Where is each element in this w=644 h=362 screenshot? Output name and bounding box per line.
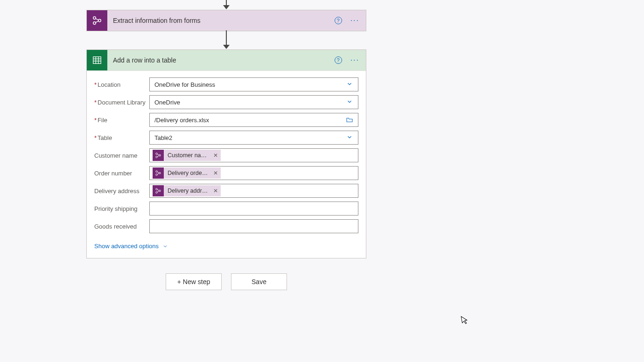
label-text: Priority shipping	[94, 205, 149, 212]
svg-line-3	[96, 19, 98, 20]
svg-point-22	[159, 190, 161, 192]
file-picker[interactable]: /Delivery orders.xlsx	[149, 113, 358, 127]
label-text: Table	[98, 134, 112, 141]
label-text: File	[98, 117, 107, 124]
label-text: Goods received	[94, 223, 149, 230]
svg-point-15	[156, 171, 158, 173]
svg-rect-5	[93, 57, 101, 64]
svg-line-14	[157, 156, 159, 157]
dynamic-token[interactable]: Delivery addre... ✕	[153, 185, 221, 196]
help-icon[interactable]: ?	[335, 17, 342, 24]
remove-token-icon[interactable]: ✕	[213, 152, 218, 159]
field-priority-shipping: Priority shipping	[94, 202, 358, 216]
library-dropdown[interactable]: OneDrive	[149, 95, 358, 109]
label-text: Order number	[94, 170, 149, 177]
svg-point-2	[98, 19, 101, 22]
ai-builder-icon	[153, 167, 164, 179]
field-order-number: Order number Delivery order ... ✕	[94, 166, 358, 180]
svg-point-20	[156, 188, 158, 190]
dynamic-token[interactable]: Customer nam... ✕	[153, 150, 221, 161]
svg-point-11	[156, 156, 158, 158]
ai-builder-icon	[153, 150, 164, 161]
svg-line-24	[157, 191, 159, 192]
priority-shipping-input[interactable]	[149, 202, 358, 216]
svg-line-13	[157, 154, 159, 155]
new-step-button[interactable]: + New step	[166, 273, 222, 290]
card-title: Extract information from forms	[107, 17, 335, 24]
field-file: *File /Delivery orders.xlsx	[94, 113, 358, 127]
table-dropdown[interactable]: Table2	[149, 131, 358, 145]
chevron-down-icon	[344, 134, 355, 142]
field-location: *Location OneDrive for Business	[94, 77, 358, 91]
goods-received-input[interactable]	[149, 219, 358, 233]
remove-token-icon[interactable]: ✕	[213, 188, 218, 194]
card-title: Add a row into a table	[107, 56, 335, 64]
dynamic-token[interactable]: Delivery order ... ✕	[153, 167, 221, 179]
svg-point-10	[156, 153, 158, 155]
svg-line-18	[157, 172, 159, 173]
svg-line-4	[96, 21, 98, 22]
label-text: Customer name	[94, 152, 149, 159]
excel-icon	[87, 50, 107, 70]
field-goods-received: Goods received	[94, 219, 358, 233]
field-delivery-address: Delivery address Delivery addre... ✕	[94, 184, 358, 198]
chevron-down-icon	[162, 244, 168, 249]
field-table: *Table Table2	[94, 131, 358, 145]
svg-line-23	[157, 189, 159, 190]
connector-arrow	[226, 0, 227, 9]
chevron-down-icon	[344, 81, 355, 89]
svg-point-1	[93, 22, 96, 25]
help-icon[interactable]: ?	[335, 56, 342, 64]
delivery-address-input[interactable]: Delivery addre... ✕	[149, 184, 358, 198]
label-text: Document Library	[98, 99, 146, 106]
folder-picker-icon[interactable]	[344, 116, 355, 124]
svg-point-17	[159, 172, 161, 174]
remove-token-icon[interactable]: ✕	[213, 170, 218, 176]
action-card-extract[interactable]: Extract information from forms ? ···	[86, 10, 366, 31]
order-number-input[interactable]: Delivery order ... ✕	[149, 166, 358, 180]
card-header[interactable]: Add a row into a table ? ···	[87, 50, 366, 70]
svg-point-16	[156, 174, 158, 176]
chevron-down-icon	[344, 98, 355, 106]
label-text: Delivery address	[94, 188, 149, 195]
field-library: *Document Library OneDrive	[94, 95, 358, 109]
svg-point-12	[159, 154, 161, 156]
ai-builder-icon	[153, 185, 164, 196]
customer-name-input[interactable]: Customer nam... ✕	[149, 148, 358, 162]
location-dropdown[interactable]: OneDrive for Business	[149, 77, 358, 91]
save-button[interactable]: Save	[231, 273, 287, 290]
cursor-icon	[461, 315, 470, 327]
ai-builder-icon	[87, 10, 107, 31]
label-text: Location	[98, 81, 120, 88]
svg-point-21	[156, 192, 158, 194]
svg-line-19	[157, 174, 159, 174]
action-card-addrow: Add a row into a table ? ··· *Location O…	[86, 49, 366, 258]
field-customer-name: Customer name Customer nam... ✕	[94, 148, 358, 162]
svg-point-0	[93, 17, 96, 20]
connector-arrow	[226, 30, 227, 49]
more-icon[interactable]: ···	[350, 56, 359, 64]
show-advanced-toggle[interactable]: Show advanced options	[94, 243, 168, 250]
more-icon[interactable]: ···	[350, 17, 359, 24]
